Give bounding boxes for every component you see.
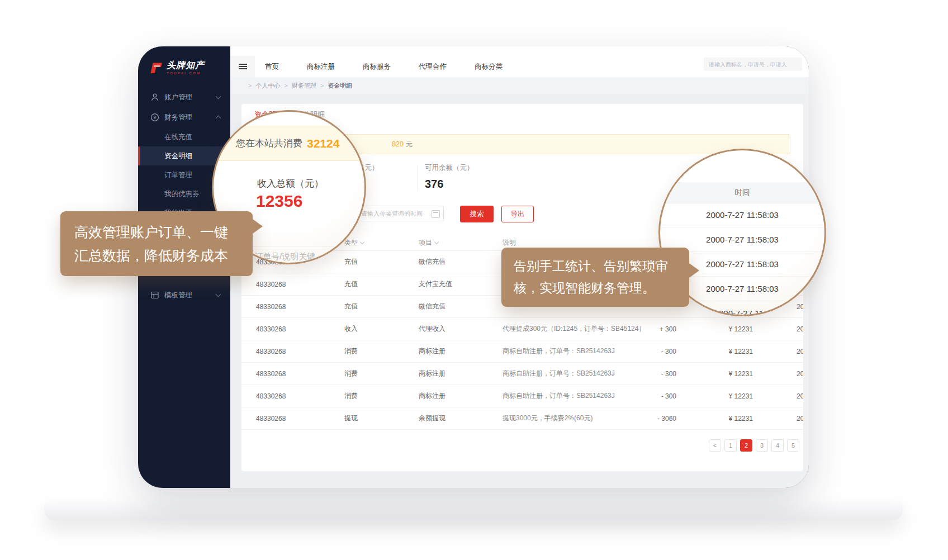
cell-amount: - 300 [622,392,676,400]
callout-left-text: 高效管理账户订单、一键汇总数据，降低财务成本 [74,224,228,263]
topnav-item[interactable]: 商标服务 [363,62,391,72]
cell-amount: - 3060 [622,415,676,423]
page: 头牌知产 TOUPAI.COM 账户管理 ¥ 财务管理 [0,0,948,560]
lens-time-row: 2000-7-27 11:58:03 [658,203,826,227]
topbar: 首页商标注册商标服务代理合作商标分类 [230,46,809,77]
breadcrumb-item[interactable]: > 个人中心 [244,82,280,90]
cell-project: 代理收入 [404,324,488,334]
cell-desc: 代理提成300元（ID:1245，订单号：SB45124） [488,324,622,334]
cell-project: 余额提现 [404,414,488,423]
breadcrumb-item[interactable]: > 财务管理 [280,82,316,90]
cell-type: 充值 [330,257,404,267]
pagination-page-button[interactable]: 1 [724,439,737,452]
pagination-page-button[interactable]: 4 [771,439,784,452]
sidebar-item-label: 账户管理 [164,93,192,102]
cell-project: 微信充值 [404,302,488,311]
date-input[interactable] [356,206,444,221]
callout-arrow-icon [253,219,263,234]
lens-divider [239,246,333,246]
topnav-item[interactable]: 商标分类 [475,62,503,72]
sidebar-item-account[interactable]: 账户管理 [138,87,230,107]
cell-desc: 商标自助注册，订单号：SB2514263J [488,391,622,401]
pagination-prev-button[interactable]: < [709,439,721,452]
cell-project: 微信充值 [404,257,488,267]
hamburger-icon [239,63,247,70]
cell-time: 2000-7-27 11:58:03 [753,392,803,400]
chevron-up-icon [216,116,221,121]
sidebar-item-finance[interactable]: ¥ 财务管理 [138,107,230,127]
topnav: 首页商标注册商标服务代理合作商标分类 [265,62,503,72]
cell-type: 消费 [330,391,404,401]
logo-title: 头牌知产 [167,61,205,70]
cell-balance: ¥ 12231 [676,348,753,355]
finance-icon: ¥ [150,113,159,122]
pagination-page-button[interactable]: 3 [756,439,768,452]
breadcrumb-separator: > [284,82,287,89]
svg-text:¥: ¥ [153,115,157,120]
logo-icon [149,62,163,76]
cell-desc: 商标自助注册，订单号：SB2514263J [488,347,622,356]
cell-type: 收入 [330,324,404,334]
cell-balance: ¥ 12231 [676,325,753,333]
cell-amount: + 300 [622,325,676,333]
topnav-item[interactable]: 代理合作 [419,62,447,72]
lens-time-header: 时间 [658,182,826,203]
cell-balance: ¥ 12231 [676,370,753,378]
chevron-down-icon [216,94,221,99]
cell-desc: 提现3000元，手续费2%(60元) [488,414,622,423]
trademark-search-input[interactable] [704,58,802,71]
cell-balance: ¥ 12231 [676,392,753,400]
table-row: 48330268 消费 商标注册 商标自助注册，订单号：SB2514263J -… [241,340,803,363]
search-button[interactable]: 搜索 [460,206,494,222]
topnav-item[interactable]: 商标注册 [307,62,335,72]
cell-project: 商标注册 [404,347,488,356]
cell-order: 48330268 [241,370,330,378]
cell-balance: ¥ 12231 [676,415,753,423]
cell-order: 48330268 [241,281,330,288]
cell-time: 2000-7-27 11:58:03 [753,348,803,355]
callout-right: 告别手工统计、告别繁琐审核，实现智能财务管理。 [501,248,689,307]
cell-project: 商标注册 [404,369,488,378]
pagination-page-button[interactable]: 5 [787,439,799,452]
menu-toggle-button[interactable] [230,56,255,77]
cell-time: 2000-7-27 11:58:03 [753,415,803,423]
sort-caret-icon [434,239,439,244]
cell-type: 消费 [330,369,404,378]
cell-type: 提现 [330,414,404,423]
calendar-icon[interactable] [432,210,440,218]
breadcrumb-item[interactable]: > 资金明细 [316,82,352,90]
user-icon [150,93,159,102]
sidebar-item-template[interactable]: 模板管理 [138,285,230,305]
cell-type: 消费 [330,347,404,356]
cell-amount: - 300 [622,348,676,355]
sidebar-subitem[interactable]: 在线充值 [138,127,230,146]
logo-caption: TOUPAI.COM [167,72,205,75]
breadcrumb-separator: > [248,82,252,89]
app-logo[interactable]: 头牌知产 TOUPAI.COM [138,46,230,87]
header-project-sort[interactable]: 项目 [404,238,488,248]
cell-order: 48330268 [241,392,330,400]
cell-time: 2000-7-27 11:58:03 [753,370,803,378]
breadcrumb-separator: > [320,82,324,89]
breadcrumb: > 个人中心 > 财务管理 > 资金明细 [230,77,809,94]
banner-amount-tail: 820 元 [392,135,413,154]
header-desc: 说明 [488,238,622,248]
sidebar-item-label: 财务管理 [164,113,192,122]
cell-type: 充值 [330,279,404,289]
laptop-base [44,501,903,520]
pagination-page-button[interactable]: 2 [740,439,752,452]
callout-left: 高效管理账户订单、一键汇总数据，降低财务成本 [60,211,253,276]
template-icon [150,291,159,300]
lens-income-value: 12356 [256,192,302,211]
cell-order: 48330268 [241,348,330,355]
chevron-down-icon [216,292,221,297]
stat-divider [418,165,418,191]
cell-type: 充值 [330,302,404,311]
table-row: 48330268 收入 代理收入 代理提成300元（ID:1245，订单号：SB… [241,318,803,340]
topnav-item[interactable]: 首页 [265,62,279,72]
export-button[interactable]: 导出 [501,206,534,222]
cell-project: 商标注册 [404,391,488,401]
cell-order: 48330268 [241,303,330,311]
table-row: 48330268 提现 余额提现 提现3000元，手续费2%(60元) - 30… [241,407,803,430]
pagination: < 12345 [709,439,799,452]
